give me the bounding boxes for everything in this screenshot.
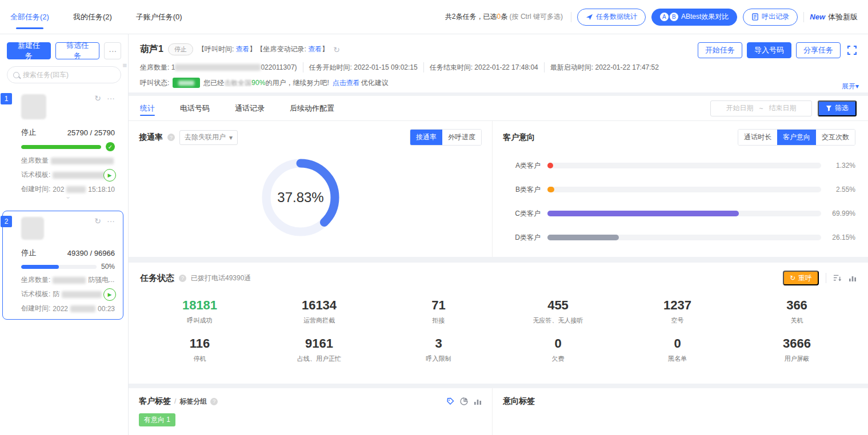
stat-user-blocked: 3666用户屏蔽 <box>737 336 857 363</box>
sidebar-more-button[interactable]: ··· <box>104 42 121 59</box>
task-status-pill: 停止 <box>168 43 193 55</box>
tab-statistics[interactable]: 统计 <box>140 96 155 120</box>
section-divider <box>129 384 868 388</box>
tag-groups-link[interactable]: 标签分组 <box>179 397 207 406</box>
stat-busy: 9161占线、用户正忙 <box>259 336 379 363</box>
customer-tags-title: 客户标签 <box>139 396 171 406</box>
phone-record-icon <box>751 13 759 21</box>
tag-view-icon[interactable] <box>446 397 454 405</box>
try-new-version-label: 体验新版 <box>828 12 858 22</box>
intent-row-a: A类客户 1.32% <box>503 154 855 178</box>
intent-bar-fill <box>547 235 619 240</box>
bar-chart-view-icon[interactable] <box>474 397 482 405</box>
start-task-button[interactable]: 开始任务 <box>698 42 742 58</box>
bar-chart-view-icon[interactable] <box>849 274 857 282</box>
tab-my-tasks[interactable]: 我的任务(2) <box>73 0 112 34</box>
new-task-button[interactable]: 新建任务 <box>7 42 51 59</box>
toggle-connect-rate[interactable]: 接通率 <box>410 130 442 145</box>
stat-empty-number: 1237空号 <box>618 298 737 325</box>
created-time-pre: 2022 <box>53 305 68 313</box>
tab-call-log[interactable]: 通话记录 <box>235 96 265 120</box>
task-progress-count: 49390 / 96966 <box>67 249 115 257</box>
multi-select-hint: (按 Ctrl 键可多选) <box>510 13 563 21</box>
task-thumbnail <box>21 217 44 240</box>
customer-intent-title: 客户意向 <box>503 132 535 143</box>
task-status-text: 停止 <box>21 248 36 258</box>
recall-button[interactable]: ↻重呼 <box>783 271 819 285</box>
toggle-call-duration[interactable]: 通话时长 <box>738 130 777 145</box>
bracket: 】 <box>250 45 257 53</box>
agents-tail: 022011307) <box>261 63 297 71</box>
stat-blacklist: 0黑名单 <box>618 336 737 363</box>
fullscreen-icon[interactable] <box>847 46 857 55</box>
expand-header-link[interactable]: 展开▾ <box>842 82 859 91</box>
divider <box>803 12 804 22</box>
view-agent-change-link[interactable]: 查看 <box>308 45 322 53</box>
toggle-interaction-count[interactable]: 交互次数 <box>816 130 855 145</box>
task-card-2[interactable]: 2 ↻ ··· 停止 49390 / 96966 50% 坐席数量:防骚电...… <box>2 211 123 320</box>
filter-task-button[interactable]: 筛选任务 <box>55 42 99 59</box>
new-badge-icon: New <box>810 13 825 21</box>
call-records-button[interactable]: 呼出记录 <box>743 9 798 26</box>
redacted-text <box>178 80 194 86</box>
end-time-value: 2022-01-22 17:48:04 <box>474 63 538 71</box>
play-icon[interactable]: ▶ <box>103 288 116 301</box>
refresh-icon[interactable]: ↻ <box>333 46 340 54</box>
pie-chart-view-icon[interactable] <box>460 397 468 405</box>
start-date-placeholder: 开始日期 <box>726 103 753 113</box>
stats-icon <box>586 13 593 21</box>
toggle-outbound-progress[interactable]: 外呼进度 <box>442 130 481 145</box>
task-data-stats-button[interactable]: 任务数据统计 <box>577 9 646 26</box>
script-pre: 防 <box>53 289 59 299</box>
intent-percent-value: 1.32% <box>828 162 855 170</box>
refresh-icon[interactable]: ↻ <box>94 94 101 102</box>
beat-percent: 90% <box>251 79 265 87</box>
task-card-1[interactable]: 1 ↻ ··· 停止 25790 / 25790 ✓ 坐席数量 话术模板: ▶ … <box>0 88 123 206</box>
search-input[interactable] <box>23 71 115 79</box>
filter-label: 筛选 <box>835 103 849 113</box>
stat-arrears: 0欠费 <box>498 336 618 363</box>
sidebar-collapse-handle-icon[interactable]: ≡ <box>122 62 127 69</box>
intent-tags-title: 意向标签 <box>503 396 535 405</box>
view-suggestions-link[interactable]: 点击查看 <box>333 78 360 88</box>
play-icon[interactable]: ▶ <box>103 169 116 182</box>
task-search-box <box>7 66 121 83</box>
start-time-value: 2022-01-15 09:02:15 <box>354 63 417 71</box>
refresh-icon[interactable]: ↻ <box>94 217 101 225</box>
search-icon <box>13 72 19 78</box>
intent-row-d: D类客户 26.15% <box>503 225 855 249</box>
slash-separator: / <box>174 397 176 405</box>
view-call-time-link[interactable]: 查看 <box>236 45 250 53</box>
toggle-customer-intent[interactable]: 客户意向 <box>777 130 816 145</box>
latest-start-value: 2022-01-22 17:47:52 <box>595 63 658 71</box>
try-new-version-button[interactable]: New 体验新版 <box>810 12 858 22</box>
intent-tag-pill[interactable]: 有意向 1 <box>139 413 175 426</box>
intent-percent-value: 2.55% <box>828 186 855 194</box>
intent-bar-track <box>547 235 821 240</box>
tab-followup-config[interactable]: 后续动作配置 <box>290 96 334 120</box>
task-status-text: 停止 <box>21 127 36 138</box>
intent-bar-chart: A类客户 1.32% B类客户 2.55% C类客户 69.99% <box>503 154 855 249</box>
start-time-label: 任务开始时间: <box>309 63 352 71</box>
tab-phone-numbers[interactable]: 电话号码 <box>180 96 210 120</box>
call-status-badge <box>173 78 200 88</box>
filter-button[interactable]: 筛选 <box>818 100 857 116</box>
suggestions-label: 优化建议 <box>361 78 389 88</box>
card-expand-chevron-icon[interactable]: ⌄ <box>21 194 115 200</box>
more-icon[interactable]: ··· <box>107 217 115 225</box>
date-range-input[interactable]: 开始日期 ~ 结束日期 <box>710 100 812 116</box>
divider <box>571 12 571 22</box>
sort-view-icon[interactable] <box>833 274 842 282</box>
tab-subaccount-tasks[interactable]: 子账户任务(0) <box>136 0 182 34</box>
exclude-lost-users-select[interactable]: 去除失联用户▾ <box>179 130 238 145</box>
more-icon[interactable]: ··· <box>107 94 115 102</box>
share-task-button[interactable]: 分享任务 <box>796 42 841 58</box>
call-time-meta: 【呼叫时间: 查看】【坐席变动记录: 查看】 <box>198 45 329 54</box>
tab-all-tasks[interactable]: 全部任务(2) <box>10 0 49 34</box>
stat-rejected: 71拒接 <box>379 298 498 325</box>
abtest-compare-button[interactable]: AB ABtest效果对比 <box>651 9 737 26</box>
b-circle-icon: B <box>670 13 678 21</box>
summary-suffix: 条 <box>501 13 507 21</box>
import-numbers-button[interactable]: 导入号码 <box>747 42 791 58</box>
recall-label: 重呼 <box>798 273 812 283</box>
